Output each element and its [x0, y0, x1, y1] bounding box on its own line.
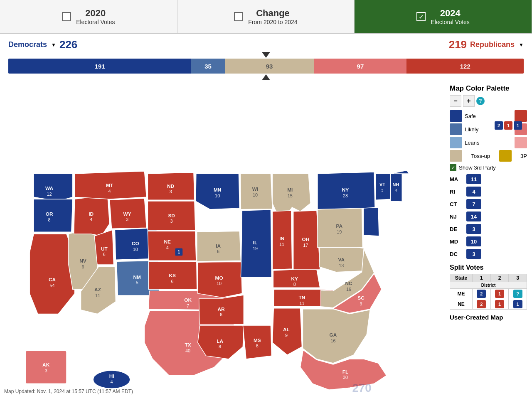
- svg-text:40: 40: [185, 348, 190, 353]
- tab-2024-title: 2024: [431, 8, 469, 19]
- svg-text:LA: LA: [217, 338, 223, 344]
- show-3p-row[interactable]: ✓ Show 3rd Party: [450, 164, 527, 171]
- me-state-badge[interactable]: 2: [495, 121, 503, 130]
- rep-dropdown-arrow[interactable]: ▼: [519, 42, 524, 48]
- state-ne[interactable]: [148, 231, 196, 261]
- svg-text:4: 4: [90, 217, 92, 222]
- state-badge-dc[interactable]: 3: [466, 249, 481, 259]
- svg-text:10: 10: [253, 192, 258, 197]
- svg-text:MS: MS: [254, 337, 261, 343]
- show-3p-checkbox[interactable]: ✓: [450, 164, 456, 171]
- party-labels: Democrats ▼ 226 219 Republicans ▼: [8, 38, 524, 51]
- svg-text:NM: NM: [133, 274, 141, 280]
- state-badge-ct[interactable]: 7: [466, 199, 481, 209]
- state-ca[interactable]: [30, 234, 75, 314]
- svg-text:3: 3: [45, 368, 47, 373]
- svg-text:AL: AL: [283, 327, 290, 332]
- leans-dem-swatch: [450, 137, 462, 148]
- dem-dropdown-arrow[interactable]: ▼: [51, 42, 56, 48]
- svg-text:AK: AK: [42, 362, 50, 368]
- svg-text:FL: FL: [342, 369, 348, 375]
- main-content: WA 12 OR 8 CA 54 NV 6 ID 4 MT 4 WY: [0, 80, 532, 392]
- sidebar-state-de: DE 3: [450, 223, 527, 235]
- me-d1-badge[interactable]: 1: [504, 121, 512, 130]
- svg-text:9: 9: [285, 333, 288, 338]
- tossup-label: Toss-up: [471, 153, 490, 159]
- svg-text:12: 12: [47, 192, 52, 197]
- state-badge-ma[interactable]: 11: [466, 174, 481, 184]
- state-label-ct: CT: [450, 201, 465, 207]
- split-ne-state[interactable]: 2: [473, 299, 491, 310]
- svg-text:6: 6: [103, 252, 106, 257]
- split-ne-d1[interactable]: 1: [490, 299, 509, 310]
- rep-label[interactable]: Republicans: [470, 40, 515, 49]
- palette-help-button[interactable]: ?: [476, 97, 485, 105]
- state-badge-nj[interactable]: 14: [466, 212, 481, 221]
- split-me-row: ME 2 1 ?: [450, 289, 527, 299]
- 3p-swatch: [499, 150, 512, 162]
- split-ne-row: NE 2 1 1: [450, 299, 527, 310]
- electoral-map[interactable]: WA 12 OR 8 CA 54 NV 6 ID 4 MT 4 WY: [0, 80, 445, 392]
- svg-text:3: 3: [170, 219, 173, 224]
- split-ne-d2[interactable]: 1: [509, 299, 527, 310]
- svg-text:NC: NC: [345, 280, 352, 286]
- state-nj[interactable]: [363, 207, 379, 236]
- svg-text:6: 6: [171, 279, 174, 284]
- svg-text:OR: OR: [46, 211, 53, 217]
- svg-text:IA: IA: [216, 243, 221, 249]
- triangle-up-indicator: [262, 74, 270, 80]
- svg-text:7: 7: [187, 303, 189, 308]
- score-section: Democrats ▼ 226 219 Republicans ▼ 191 35…: [0, 34, 532, 74]
- state-or[interactable]: [34, 199, 73, 232]
- svg-text:19: 19: [253, 246, 258, 251]
- sidebar-state-ri: RI 4: [450, 186, 527, 197]
- state-badge-de[interactable]: 3: [466, 224, 481, 234]
- svg-text:8: 8: [219, 344, 221, 349]
- tab-change[interactable]: Change From 2020 to 2024: [177, 0, 355, 33]
- svg-text:11: 11: [299, 301, 304, 306]
- palette-plus-button[interactable]: +: [463, 95, 475, 107]
- svg-text:ND: ND: [167, 183, 175, 189]
- tab-change-sub: From 2020 to 2024: [248, 19, 297, 25]
- safe-label: Safe: [465, 113, 476, 119]
- svg-text:IL: IL: [253, 240, 258, 246]
- dem-label[interactable]: Democrats: [8, 40, 47, 49]
- tab-change-checkbox[interactable]: [234, 12, 243, 21]
- leans-label: Leans: [465, 140, 479, 146]
- svg-text:NH: NH: [393, 182, 399, 187]
- state-me[interactable]: [391, 170, 409, 174]
- tab-2024[interactable]: ✓ 2024 Electoral Votes: [355, 0, 532, 33]
- right-panel: Map Color Palette − + ? Safe Likely Lean…: [445, 80, 532, 392]
- svg-text:CO: CO: [132, 241, 139, 246]
- svg-text:MO: MO: [215, 275, 223, 281]
- me-d2-badge[interactable]: 1: [514, 121, 522, 130]
- svg-text:3: 3: [381, 188, 384, 192]
- svg-text:9: 9: [360, 301, 362, 306]
- svg-text:MT: MT: [106, 182, 113, 188]
- state-label-md: MD: [450, 239, 465, 245]
- state-label-dc: DC: [450, 251, 465, 257]
- palette-minus-button[interactable]: −: [450, 95, 461, 107]
- state-badge-md[interactable]: 10: [466, 236, 481, 246]
- split-me-d1[interactable]: 1: [490, 289, 509, 299]
- svg-text:OK: OK: [184, 297, 192, 303]
- header: 2020 Electoral Votes Change From 2020 to…: [0, 0, 532, 34]
- svg-text:30: 30: [343, 375, 348, 380]
- split-votes-table: State 1 2 3 District ME 2 1 ?: [450, 274, 527, 310]
- leans-rep-swatch: [515, 137, 527, 148]
- tab-2020-checkbox[interactable]: [62, 12, 71, 21]
- svg-text:NV: NV: [79, 258, 86, 264]
- svg-text:6: 6: [81, 264, 84, 269]
- tab-2024-checkbox[interactable]: ✓: [416, 12, 426, 21]
- tab-2020[interactable]: 2020 Electoral Votes: [0, 0, 177, 33]
- col-d2: 2: [490, 274, 509, 282]
- split-me-d2[interactable]: ?: [509, 289, 527, 299]
- likely-dem-swatch: [450, 123, 462, 135]
- bar-likely-rep: 97: [314, 59, 406, 74]
- split-me-state[interactable]: 2: [473, 289, 491, 299]
- user-created-map[interactable]: User-Created Map: [450, 314, 527, 321]
- state-badge-ri[interactable]: 4: [466, 187, 481, 197]
- state-label-ma: MA: [450, 176, 465, 182]
- svg-text:6: 6: [220, 312, 222, 317]
- state-label-de: DE: [450, 226, 465, 232]
